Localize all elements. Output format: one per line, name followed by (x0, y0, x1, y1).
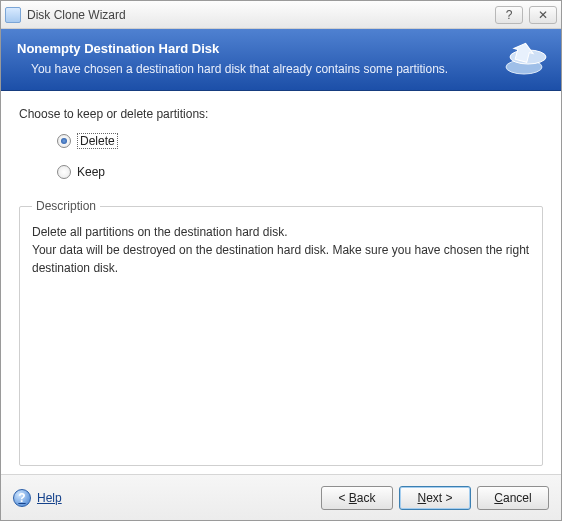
next-label: N (417, 491, 426, 505)
radio-option-delete[interactable]: Delete (57, 133, 543, 149)
help-link[interactable]: ? Help (13, 489, 62, 507)
disk-icon (503, 39, 549, 81)
banner-subtitle: You have chosen a destination hard disk … (17, 62, 545, 76)
description-text: Your data will be destroyed on the desti… (32, 241, 530, 277)
dialog-window: Disk Clone Wizard ? ✕ Nonempty Destinati… (0, 0, 562, 521)
cancel-button[interactable]: Cancel (477, 486, 549, 510)
description-legend: Description (32, 199, 100, 213)
cancel-rest: ancel (503, 491, 532, 505)
help-button[interactable]: ? (495, 6, 523, 24)
radio-label-keep: Keep (77, 165, 105, 179)
help-label: Help (37, 491, 62, 505)
window-title: Disk Clone Wizard (27, 8, 495, 22)
radio-icon (57, 134, 71, 148)
radio-icon (57, 165, 71, 179)
prompt-label: Choose to keep or delete partitions: (19, 107, 543, 121)
wizard-banner: Nonempty Destination Hard Disk You have … (1, 29, 561, 91)
cancel-label: C (494, 491, 503, 505)
banner-title: Nonempty Destination Hard Disk (17, 41, 545, 56)
back-button[interactable]: < Back (321, 486, 393, 510)
radio-label-delete: Delete (77, 133, 118, 149)
help-icon: ? (13, 489, 31, 507)
next-rest: ext (426, 491, 442, 505)
radio-option-keep[interactable]: Keep (57, 165, 543, 179)
close-button[interactable]: ✕ (529, 6, 557, 24)
description-text: Delete all partitions on the destination… (32, 223, 530, 241)
description-group: Description Delete all partitions on the… (19, 199, 543, 466)
app-icon (5, 7, 21, 23)
next-button[interactable]: Next > (399, 486, 471, 510)
wizard-footer: ? Help < Back Next > Cancel (1, 474, 561, 520)
wizard-body: Choose to keep or delete partitions: Del… (1, 91, 561, 474)
back-label: B (349, 491, 357, 505)
titlebar: Disk Clone Wizard ? ✕ (1, 1, 561, 29)
back-rest: ack (357, 491, 376, 505)
